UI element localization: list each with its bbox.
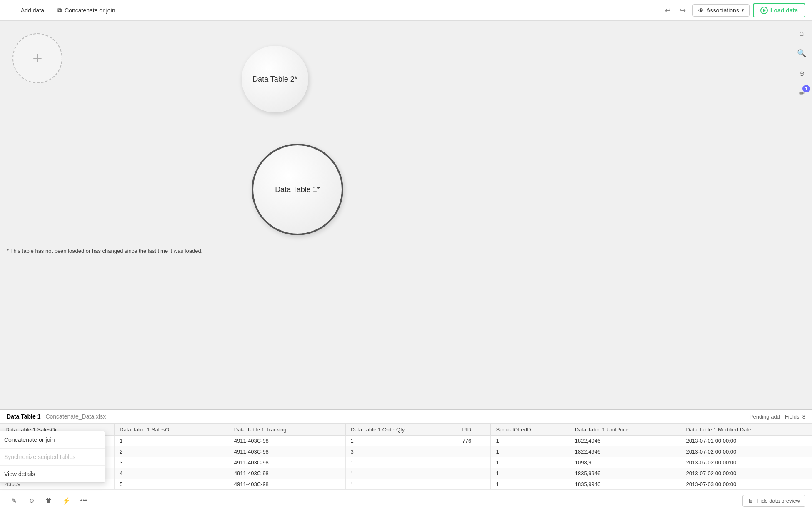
chevron-down-icon: ▾ bbox=[742, 7, 744, 13]
table-header-row: Data Table 1.SalesOr... Data Table 1.Sal… bbox=[0, 424, 812, 436]
hide-preview-button[interactable]: 🖥 Hide data preview bbox=[742, 495, 805, 507]
col-header-2: Data Table 1.Tracking... bbox=[229, 424, 345, 436]
data-table: Data Table 1.SalesOr... Data Table 1.Sal… bbox=[0, 424, 812, 490]
concatenate-button[interactable]: ⧉ Concatenate or join bbox=[52, 4, 120, 17]
bottom-action-bar: ✎ ↻ 🗑 ⚡ ••• Concatenate or join Synchron… bbox=[0, 490, 812, 511]
hide-preview-label: Hide data preview bbox=[757, 498, 800, 504]
add-data-label: Add data bbox=[21, 7, 44, 14]
monitor-icon: 🖥 bbox=[748, 498, 753, 504]
add-data-circle[interactable]: + bbox=[12, 33, 62, 83]
toolbar-left: ＋ Add data ⧉ Concatenate or join bbox=[7, 3, 120, 17]
refresh-button[interactable]: ↻ bbox=[24, 494, 38, 508]
table-row: 4365914911-403C-98177611822,49462013-07-… bbox=[0, 436, 812, 446]
context-synchronize: Synchronize scripted tables bbox=[0, 449, 105, 466]
col-header-6: Data Table 1.UnitPrice bbox=[570, 424, 681, 436]
concatenate-label: Concatenate or join bbox=[65, 7, 115, 14]
undo-button[interactable]: ↩ bbox=[661, 4, 674, 17]
add-data-button[interactable]: ＋ Add data bbox=[7, 3, 49, 17]
context-menu: Concatenate or join Synchronize scripted… bbox=[0, 431, 105, 483]
context-concatenate[interactable]: Concatenate or join bbox=[0, 431, 105, 449]
more-options-container: ••• Concatenate or join Synchronize scri… bbox=[77, 494, 91, 508]
data-table-1-node[interactable]: Data Table 1* bbox=[252, 144, 343, 235]
toolbar: ＋ Add data ⧉ Concatenate or join ↩ ↪ 👁 A… bbox=[0, 0, 812, 21]
concatenate-icon: ⧉ bbox=[57, 7, 62, 14]
table-header-bar: Data Table 1 Concatenate_Data.xlsx Pendi… bbox=[0, 410, 812, 424]
data-table-2-label: Data Table 2* bbox=[252, 75, 297, 84]
data-table-2-node[interactable]: Data Table 2* bbox=[242, 46, 308, 112]
play-icon bbox=[760, 7, 768, 14]
plus-icon: ＋ bbox=[12, 6, 18, 15]
col-header-7: Data Table 1.Modified Date bbox=[681, 424, 812, 436]
annotation-badge: 1 bbox=[802, 85, 810, 92]
associations-button[interactable]: 👁 Associations ▾ bbox=[692, 4, 750, 17]
right-sidebar: ⌂ 🔍 ⊕ ✏ 1 bbox=[791, 21, 812, 262]
toolbar-right: ↩ ↪ 👁 Associations ▾ Load data bbox=[661, 3, 805, 17]
context-view-details[interactable]: View details bbox=[0, 466, 105, 482]
file-name-label: Concatenate_Data.xlsx bbox=[45, 413, 106, 420]
data-table-1-label: Data Table 1* bbox=[275, 185, 320, 194]
col-header-1: Data Table 1.SalesOr... bbox=[115, 424, 229, 436]
associations-label: Associations bbox=[706, 7, 739, 14]
table-name-label: Data Table 1 bbox=[7, 413, 40, 420]
col-header-4: PID bbox=[457, 424, 491, 436]
delete-button[interactable]: 🗑 bbox=[42, 494, 56, 508]
undo-redo-group: ↩ ↪ bbox=[661, 4, 689, 17]
bottom-panel: Data Table 1 Concatenate_Data.xlsx Pendi… bbox=[0, 409, 812, 511]
load-data-button[interactable]: Load data bbox=[753, 3, 805, 17]
more-options-button[interactable]: ••• bbox=[77, 494, 91, 508]
add-circle-icon: + bbox=[32, 49, 42, 68]
col-header-5: SpecialOfferID bbox=[491, 424, 570, 436]
note-text: * This table has not been loaded or has … bbox=[7, 248, 202, 254]
table-info-left: Data Table 1 Concatenate_Data.xlsx bbox=[7, 413, 106, 420]
annotation-button[interactable]: ✏ 1 bbox=[794, 86, 809, 101]
filter-button[interactable]: ⚡ bbox=[59, 494, 73, 508]
table-row: 4365944911-403C-98111835,99462013-07-02 … bbox=[0, 468, 812, 479]
load-data-label: Load data bbox=[770, 7, 798, 14]
home-button[interactable]: ⌂ bbox=[794, 26, 809, 41]
col-header-3: Data Table 1.OrderQty bbox=[345, 424, 457, 436]
fields-count: Fields: 8 bbox=[785, 414, 805, 420]
zoom-out-button[interactable]: 🔍 bbox=[794, 46, 809, 61]
data-table-wrap: Data Table 1.SalesOr... Data Table 1.Sal… bbox=[0, 424, 812, 490]
table-info-right: Pending add Fields: 8 bbox=[750, 414, 805, 420]
eye-icon: 👁 bbox=[698, 7, 704, 14]
zoom-in-button[interactable]: ⊕ bbox=[794, 66, 809, 81]
redo-button[interactable]: ↪ bbox=[676, 4, 689, 17]
canvas: + Data Table 2* Data Table 1* * This tab… bbox=[0, 21, 812, 262]
table-row: 4365934911-403C-98111098,92013-07-02 00:… bbox=[0, 457, 812, 468]
table-row: 4365924911-403C-98311822,49462013-07-02 … bbox=[0, 446, 812, 457]
table-row: 4365954911-403C-98111835,99462013-07-03 … bbox=[0, 479, 812, 490]
edit-button[interactable]: ✎ bbox=[7, 494, 21, 508]
pending-status: Pending add bbox=[750, 414, 780, 420]
action-buttons: ✎ ↻ 🗑 ⚡ ••• Concatenate or join Synchron… bbox=[7, 494, 91, 508]
